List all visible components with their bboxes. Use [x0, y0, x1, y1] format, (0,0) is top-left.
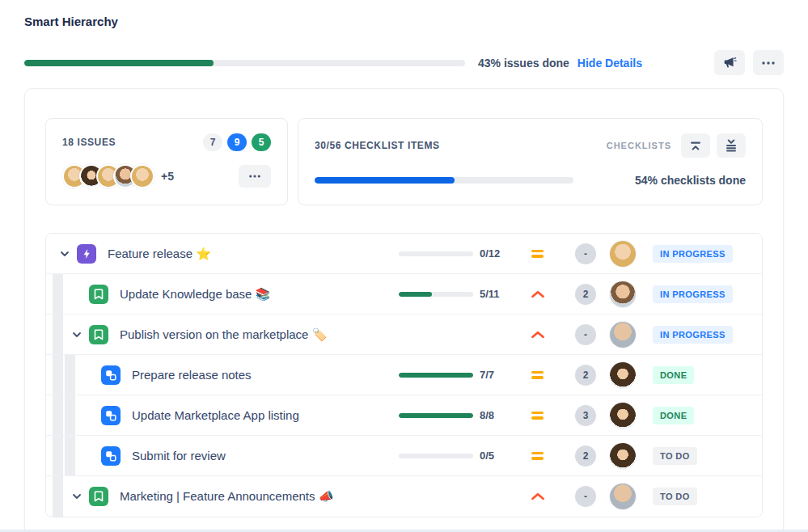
checklists-summary-card: 30/56 CHECKLIST ITEMS CHECKLISTS: [298, 118, 763, 205]
assignee-avatar[interactable]: [610, 403, 636, 429]
assignee-avatar[interactable]: [610, 483, 636, 509]
assignee-avatar[interactable]: [610, 281, 636, 307]
checklist-count: 0/12: [480, 247, 507, 260]
smart-hierarchy-panel: Smart Hierarchy 43% issues done Hide Det…: [0, 0, 808, 532]
done-count-pill: 5: [252, 133, 271, 151]
indent-guide: [65, 436, 75, 475]
issue-title[interactable]: Marketing | Feature Announcements 📣: [120, 489, 375, 504]
issue-title[interactable]: Submit for review: [132, 449, 375, 462]
issue-title[interactable]: Update Knowledge base 📚: [120, 287, 375, 302]
assignee-avatar[interactable]: [610, 322, 636, 348]
status-badge[interactable]: IN PROGRESS: [653, 285, 733, 303]
status-badge[interactable]: DONE: [653, 366, 694, 384]
collapse-chevron-icon[interactable]: [72, 493, 82, 500]
expand-checklists-button[interactable]: [717, 133, 746, 158]
row-progress-bar: [399, 454, 473, 458]
issue-row[interactable]: Prepare release notes 7/7 2 DONE: [46, 355, 762, 395]
expand-all-icon: [725, 139, 738, 152]
estimate-badge: -: [575, 324, 596, 345]
estimate-badge: 2: [575, 284, 596, 305]
checklist-count: 5/11: [480, 288, 507, 300]
inprogress-count-pill: 9: [227, 133, 247, 151]
status-badge[interactable]: TO DO: [653, 447, 697, 465]
row-progress-bar: [399, 413, 473, 418]
subtask-icon: [101, 365, 121, 385]
estimate-badge: 2: [575, 445, 596, 467]
story-icon: [89, 325, 108, 344]
collapse-chevron-icon[interactable]: [60, 251, 70, 257]
issues-summary-card: 18 ISSUES 7 9 5 +5: [45, 118, 288, 205]
summary-row: 18 ISSUES 7 9 5 +5: [45, 118, 763, 205]
page-title: Smart Hierarchy: [24, 15, 784, 28]
indent-guide: [65, 355, 75, 395]
issues-progress-row: 43% issues done Hide Details: [24, 50, 784, 75]
checklists-progress-fill: [315, 177, 455, 184]
priority-medium-icon: [531, 371, 544, 379]
subtask-icon: [101, 446, 121, 466]
checklist-count: 7/7: [480, 369, 507, 381]
issue-title[interactable]: Feature release ⭐: [108, 247, 375, 261]
row-progress-bar: [399, 373, 473, 378]
checklists-progress-label: 54% checklists done: [635, 174, 746, 187]
collapse-chevron-icon[interactable]: [72, 331, 82, 338]
indent-guide: [53, 395, 63, 435]
assignee-avatar: [130, 164, 154, 188]
issue-row[interactable]: Feature release ⭐ 0/12 - IN PROGRESS: [46, 234, 762, 274]
checklist-count: 0/5: [480, 450, 507, 462]
hide-details-link[interactable]: Hide Details: [577, 57, 642, 70]
estimate-badge: -: [575, 243, 596, 264]
priority-high-icon: [531, 290, 545, 298]
checklist-count: 8/8: [480, 409, 507, 421]
assignee-avatar[interactable]: [610, 362, 636, 388]
checklists-progress-bar: [315, 177, 573, 184]
assignee-avatar-group[interactable]: [62, 164, 154, 188]
checklists-group-label: CHECKLISTS: [607, 141, 671, 150]
story-icon: [89, 285, 108, 304]
status-badge[interactable]: IN PROGRESS: [653, 326, 733, 344]
announcement-button[interactable]: [714, 50, 745, 75]
issue-row[interactable]: Submit for review 0/5 2 TO DO: [46, 436, 762, 476]
issue-row[interactable]: Update Marketplace App listing 8/8 3 DON…: [46, 395, 762, 436]
issue-row[interactable]: Marketing | Feature Announcements 📣 - TO…: [46, 476, 762, 517]
issue-table: Feature release ⭐ 0/12 - IN PROGRESS Upd…: [45, 233, 763, 517]
indent-guide: [53, 274, 63, 314]
status-badge[interactable]: DONE: [653, 407, 694, 424]
issue-title[interactable]: Publish version on the marketplace 🏷️: [120, 327, 375, 342]
collapse-checklists-button[interactable]: [681, 133, 710, 158]
issue-row[interactable]: Publish version on the marketplace 🏷️ - …: [46, 315, 762, 355]
issues-progress-fill: [24, 60, 214, 66]
status-count-pills: 7 9 5: [203, 133, 271, 151]
collapse-all-icon: [689, 141, 702, 151]
priority-high-icon: [531, 492, 545, 500]
epic-icon: [77, 244, 96, 264]
assignee-avatar[interactable]: [610, 443, 636, 469]
indent-guide: [53, 315, 63, 354]
issue-title[interactable]: Update Marketplace App listing: [132, 408, 375, 422]
hierarchy-card: 18 ISSUES 7 9 5 +5: [24, 88, 784, 532]
issues-progress-label: 43% issues done: [478, 57, 569, 70]
indent-guide: [53, 355, 63, 395]
indent-guide: [53, 476, 63, 517]
issue-row[interactable]: Update Knowledge base 📚 5/11 2 IN PROGRE…: [46, 274, 762, 315]
status-badge[interactable]: IN PROGRESS: [653, 245, 733, 263]
priority-medium-icon: [531, 250, 544, 258]
status-badge[interactable]: TO DO: [653, 488, 697, 505]
extra-assignees-label: +5: [161, 170, 174, 183]
ellipsis-icon: [762, 61, 775, 65]
more-options-button[interactable]: [753, 50, 784, 75]
checklist-items-label: 30/56 CHECKLIST ITEMS: [315, 140, 440, 151]
issues-more-button[interactable]: [239, 165, 271, 188]
indent-guide: [65, 395, 75, 435]
story-icon: [89, 487, 108, 506]
priority-high-icon: [531, 331, 545, 339]
indent-guide: [53, 436, 63, 475]
megaphone-icon: [723, 56, 737, 70]
issue-title[interactable]: Prepare release notes: [132, 368, 375, 382]
priority-medium-icon: [531, 412, 544, 420]
subtask-icon: [101, 406, 121, 425]
ellipsis-icon: [249, 175, 260, 178]
priority-medium-icon: [531, 452, 544, 460]
todo-count-pill: 7: [203, 133, 222, 151]
row-progress-bar: [399, 292, 473, 297]
assignee-avatar[interactable]: [610, 241, 636, 267]
